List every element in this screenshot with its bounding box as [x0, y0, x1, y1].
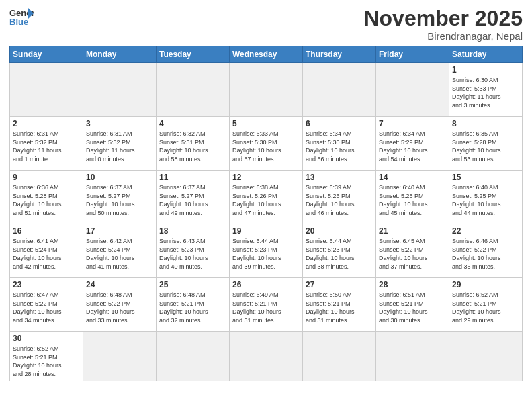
- subtitle: Birendranagar, Nepal: [363, 30, 523, 42]
- day-info: Sunrise: 6:35 AM Sunset: 5:28 PM Dayligh…: [452, 130, 519, 163]
- page: General Blue November 2025 Birendranagar…: [0, 0, 532, 391]
- day-info: Sunrise: 6:52 AM Sunset: 5:21 PM Dayligh…: [452, 291, 519, 324]
- day-number: 20: [306, 226, 373, 236]
- day-info: Sunrise: 6:40 AM Sunset: 5:25 PM Dayligh…: [452, 183, 519, 217]
- day-number: 18: [159, 226, 226, 236]
- day-cell: 17Sunrise: 6:42 AM Sunset: 5:24 PM Dayli…: [83, 224, 157, 278]
- day-info: Sunrise: 6:48 AM Sunset: 5:21 PM Dayligh…: [159, 291, 226, 324]
- week-row-3: 16Sunrise: 6:41 AM Sunset: 5:24 PM Dayli…: [10, 224, 523, 278]
- day-number: 9: [13, 173, 80, 182]
- day-cell: 19Sunrise: 6:44 AM Sunset: 5:23 PM Dayli…: [230, 224, 303, 278]
- day-info: Sunrise: 6:45 AM Sunset: 5:22 PM Dayligh…: [379, 237, 446, 271]
- day-info: Sunrise: 6:52 AM Sunset: 5:21 PM Dayligh…: [13, 345, 80, 378]
- day-cell: 10Sunrise: 6:37 AM Sunset: 5:27 PM Dayli…: [83, 171, 157, 224]
- day-number: 30: [13, 334, 80, 343]
- day-number: 4: [159, 119, 226, 128]
- calendar-table: SundayMondayTuesdayWednesdayThursdayFrid…: [9, 46, 523, 381]
- day-number: 16: [13, 226, 80, 236]
- day-cell: 30Sunrise: 6:52 AM Sunset: 5:21 PM Dayli…: [10, 332, 83, 381]
- day-cell: [303, 63, 376, 117]
- day-cell: 4Sunrise: 6:32 AM Sunset: 5:31 PM Daylig…: [157, 117, 230, 171]
- day-cell: [230, 63, 303, 117]
- day-cell: 13Sunrise: 6:39 AM Sunset: 5:26 PM Dayli…: [303, 171, 376, 224]
- weekday-header-thursday: Thursday: [303, 46, 376, 63]
- day-cell: 22Sunrise: 6:46 AM Sunset: 5:22 PM Dayli…: [449, 224, 523, 278]
- day-number: 27: [306, 280, 373, 289]
- day-info: Sunrise: 6:43 AM Sunset: 5:23 PM Dayligh…: [159, 237, 226, 271]
- header: General Blue November 2025 Birendranagar…: [9, 7, 523, 42]
- day-cell: 26Sunrise: 6:49 AM Sunset: 5:21 PM Dayli…: [230, 278, 303, 332]
- day-info: Sunrise: 6:42 AM Sunset: 5:24 PM Dayligh…: [86, 237, 153, 271]
- day-cell: 16Sunrise: 6:41 AM Sunset: 5:24 PM Dayli…: [10, 224, 83, 278]
- weekday-row: SundayMondayTuesdayWednesdayThursdayFrid…: [10, 46, 523, 63]
- day-number: 6: [306, 119, 373, 128]
- day-number: 14: [379, 173, 446, 182]
- day-cell: 2Sunrise: 6:31 AM Sunset: 5:32 PM Daylig…: [10, 117, 83, 171]
- day-cell: 18Sunrise: 6:43 AM Sunset: 5:23 PM Dayli…: [157, 224, 230, 278]
- month-title: November 2025: [363, 7, 523, 30]
- day-info: Sunrise: 6:39 AM Sunset: 5:26 PM Dayligh…: [306, 183, 373, 217]
- day-info: Sunrise: 6:31 AM Sunset: 5:32 PM Dayligh…: [13, 130, 80, 163]
- day-cell: [83, 332, 157, 381]
- day-info: Sunrise: 6:46 AM Sunset: 5:22 PM Dayligh…: [452, 237, 519, 271]
- title-block: November 2025 Birendranagar, Nepal: [363, 7, 523, 42]
- day-number: 17: [86, 226, 153, 236]
- day-info: Sunrise: 6:34 AM Sunset: 5:29 PM Dayligh…: [379, 130, 446, 163]
- day-cell: 7Sunrise: 6:34 AM Sunset: 5:29 PM Daylig…: [376, 117, 449, 171]
- day-info: Sunrise: 6:44 AM Sunset: 5:23 PM Dayligh…: [306, 237, 373, 271]
- day-cell: 21Sunrise: 6:45 AM Sunset: 5:22 PM Dayli…: [376, 224, 449, 278]
- weekday-header-sunday: Sunday: [10, 46, 83, 63]
- day-info: Sunrise: 6:38 AM Sunset: 5:26 PM Dayligh…: [232, 183, 300, 217]
- day-number: 19: [232, 226, 300, 236]
- day-number: 22: [452, 226, 519, 236]
- day-cell: [83, 63, 157, 117]
- day-info: Sunrise: 6:34 AM Sunset: 5:30 PM Dayligh…: [306, 130, 373, 163]
- week-row-0: 1Sunrise: 6:30 AM Sunset: 5:33 PM Daylig…: [10, 63, 523, 117]
- day-cell: 14Sunrise: 6:40 AM Sunset: 5:25 PM Dayli…: [376, 171, 449, 224]
- logo: General Blue: [9, 7, 34, 27]
- day-cell: 28Sunrise: 6:51 AM Sunset: 5:21 PM Dayli…: [376, 278, 449, 332]
- day-cell: 27Sunrise: 6:50 AM Sunset: 5:21 PM Dayli…: [303, 278, 376, 332]
- day-cell: 29Sunrise: 6:52 AM Sunset: 5:21 PM Dayli…: [449, 278, 523, 332]
- day-cell: [10, 63, 83, 117]
- day-info: Sunrise: 6:37 AM Sunset: 5:27 PM Dayligh…: [86, 183, 153, 217]
- svg-text:Blue: Blue: [9, 17, 28, 27]
- day-cell: 11Sunrise: 6:37 AM Sunset: 5:27 PM Dayli…: [157, 171, 230, 224]
- calendar-body: 1Sunrise: 6:30 AM Sunset: 5:33 PM Daylig…: [10, 63, 523, 381]
- day-number: 21: [379, 226, 446, 236]
- day-cell: 3Sunrise: 6:31 AM Sunset: 5:32 PM Daylig…: [83, 117, 157, 171]
- logo-icon: General Blue: [9, 7, 34, 27]
- day-number: 1: [452, 65, 519, 75]
- day-cell: 1Sunrise: 6:30 AM Sunset: 5:33 PM Daylig…: [449, 63, 523, 117]
- day-cell: 12Sunrise: 6:38 AM Sunset: 5:26 PM Dayli…: [230, 171, 303, 224]
- day-cell: [230, 332, 303, 381]
- day-number: 15: [452, 173, 519, 182]
- day-cell: 6Sunrise: 6:34 AM Sunset: 5:30 PM Daylig…: [303, 117, 376, 171]
- day-info: Sunrise: 6:37 AM Sunset: 5:27 PM Dayligh…: [159, 183, 226, 217]
- day-cell: [449, 332, 523, 381]
- day-cell: [376, 63, 449, 117]
- weekday-header-saturday: Saturday: [449, 46, 523, 63]
- weekday-header-friday: Friday: [376, 46, 449, 63]
- day-number: 7: [379, 119, 446, 128]
- week-row-1: 2Sunrise: 6:31 AM Sunset: 5:32 PM Daylig…: [10, 117, 523, 171]
- day-info: Sunrise: 6:50 AM Sunset: 5:21 PM Dayligh…: [306, 291, 373, 324]
- day-number: 23: [13, 280, 80, 289]
- day-info: Sunrise: 6:40 AM Sunset: 5:25 PM Dayligh…: [379, 183, 446, 217]
- day-cell: [157, 332, 230, 381]
- weekday-header-tuesday: Tuesday: [157, 46, 230, 63]
- day-info: Sunrise: 6:44 AM Sunset: 5:23 PM Dayligh…: [232, 237, 300, 271]
- day-cell: 8Sunrise: 6:35 AM Sunset: 5:28 PM Daylig…: [449, 117, 523, 171]
- day-number: 26: [232, 280, 300, 289]
- day-info: Sunrise: 6:32 AM Sunset: 5:31 PM Dayligh…: [159, 130, 226, 163]
- day-info: Sunrise: 6:41 AM Sunset: 5:24 PM Dayligh…: [13, 237, 80, 271]
- day-number: 29: [452, 280, 519, 289]
- day-number: 10: [86, 173, 153, 182]
- day-number: 24: [86, 280, 153, 289]
- day-cell: 24Sunrise: 6:48 AM Sunset: 5:22 PM Dayli…: [83, 278, 157, 332]
- day-number: 3: [86, 119, 153, 128]
- day-cell: [157, 63, 230, 117]
- day-cell: [376, 332, 449, 381]
- day-number: 8: [452, 119, 519, 128]
- day-number: 13: [306, 173, 373, 182]
